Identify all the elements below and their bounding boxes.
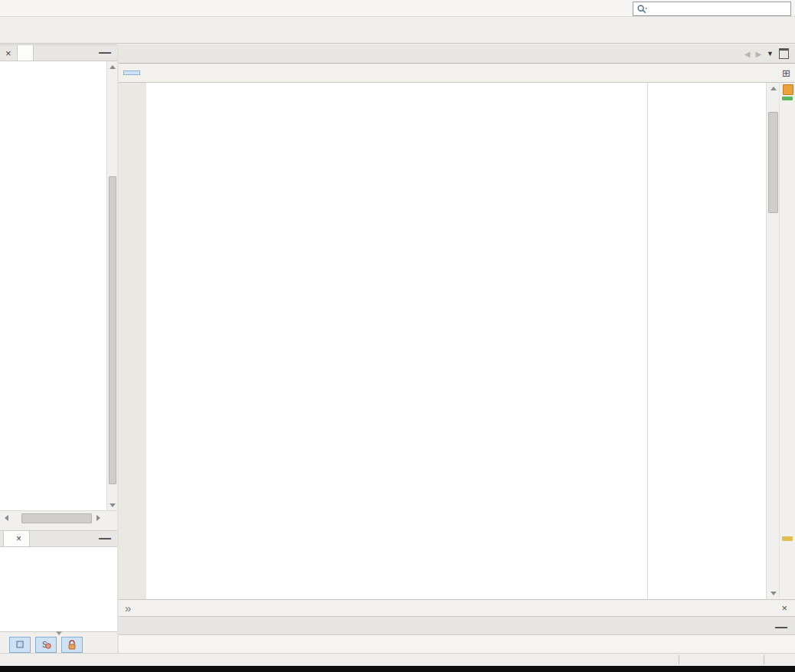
close-icon[interactable]: × [0,48,17,59]
stripe-mark-green[interactable] [782,97,793,100]
navigator-filters: S [0,636,117,653]
minimize-icon[interactable]: — [93,46,117,60]
source-view-button[interactable] [123,70,140,75]
scroll-down-icon[interactable] [767,588,780,599]
tab-list-dropdown-icon[interactable]: ▼ [767,50,774,57]
scroll-up-icon[interactable] [107,61,118,72]
files-tree[interactable] [0,61,106,510]
output-panel: — [119,617,795,653]
search-icon[interactable] [633,4,650,15]
editor-toolbar: ⊞ [119,64,795,83]
scrollbar-thumb[interactable] [109,176,116,484]
netbeans-window: × — × — S ◀ ▶ ▼ [0,0,795,672]
stripe-mark-yellow[interactable] [782,536,793,541]
search-input[interactable] [650,4,790,15]
menu-bar [0,0,795,17]
editor-settings-icon[interactable]: ⊞ [782,67,795,79]
output-content [119,635,795,653]
tab-navigator[interactable]: × [3,531,30,546]
close-icon[interactable]: × [16,533,21,544]
status-bar [0,653,795,666]
minimize-icon[interactable]: — [93,532,117,546]
tab-row-controls: ◀ ▶ ▼ [744,48,795,63]
navigator-body [0,547,117,632]
files-vertical-scrollbar[interactable] [106,61,118,510]
minimize-icon[interactable]: — [769,621,795,634]
files-panel-header: × — [0,44,117,61]
show-non-public-filter-button[interactable] [61,637,83,653]
navigator-panel-header: × — [0,530,117,547]
right-margin-guide [647,83,648,599]
breadcrumb-bar: » × [119,599,795,617]
window-edge [0,666,795,672]
show-inherited-filter-button[interactable] [9,637,31,653]
scroll-up-icon[interactable] [767,83,780,94]
scrollbar-thumb[interactable] [768,112,778,213]
editor-tab-row: ◀ ▶ ▼ [119,44,795,64]
breadcrumb-expand-icon[interactable]: » [119,602,131,615]
scroll-left-icon[interactable] [0,513,12,523]
maximize-window-icon[interactable] [779,48,789,59]
scroll-right-icon[interactable] [92,513,104,523]
show-static-filter-button[interactable]: S [35,637,57,653]
error-stripe[interactable] [779,83,795,599]
scroll-tabs-right-icon[interactable]: ▶ [755,50,761,58]
file-status-badge [783,84,793,95]
history-view-button[interactable] [142,70,159,75]
close-icon[interactable]: × [781,602,795,614]
quick-search[interactable] [633,2,791,16]
main-toolbar [0,17,795,44]
scroll-tabs-left-icon[interactable]: ◀ [744,50,751,58]
scroll-down-icon[interactable] [107,500,118,510]
output-tab-row: — [119,617,795,635]
tab-files[interactable] [17,45,34,61]
panel-gap [0,524,117,530]
scrollbar-thumb[interactable] [21,513,92,523]
code-editor[interactable] [119,83,766,599]
files-horizontal-scrollbar[interactable] [0,510,117,525]
editor-vertical-scrollbar[interactable] [766,83,780,599]
